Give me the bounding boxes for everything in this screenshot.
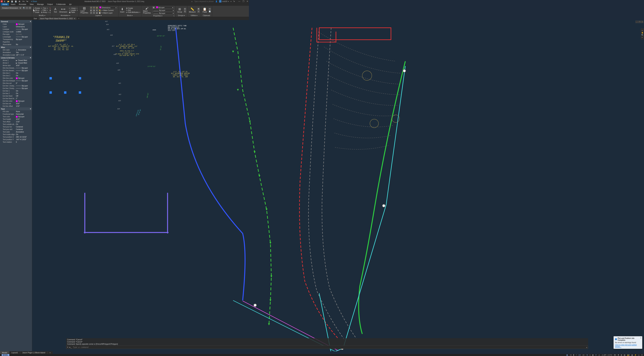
- create-button[interactable]: ✚ Create: [126, 7, 140, 9]
- prop-row[interactable]: Ext line 1On: [0, 90, 32, 92]
- prop-row[interactable]: Plot styleByColor: [0, 33, 32, 36]
- edit-block-button[interactable]: ✎ Edit: [126, 9, 140, 11]
- layer-off-icon[interactable]: ◑: [93, 9, 95, 12]
- search-box[interactable]: Type a keyword or phrase: [194, 0, 214, 2]
- prop-row[interactable]: Text inside alignOn: [0, 133, 32, 136]
- color-control-icon[interactable]: ▦: [152, 6, 155, 9]
- quickselect-icon[interactable]: 🔍: [22, 6, 25, 9]
- layer-bulb-icon[interactable]: ●: [90, 6, 92, 9]
- fillet-button[interactable]: ⌐ Fillet▾: [41, 9, 48, 11]
- panel-label-block[interactable]: Block ▾: [120, 14, 140, 16]
- layer-prev-icon[interactable]: ↺: [90, 12, 92, 14]
- layer-thaw-icon[interactable]: ❄: [96, 9, 98, 12]
- linear-button[interactable]: ⊢ Linear▾: [69, 7, 78, 9]
- prop-row[interactable]: Dim line linewe...ByLayer: [0, 67, 32, 69]
- help-icon[interactable]: ?▾: [233, 0, 235, 2]
- table-button[interactable]: ▦ Table: [69, 11, 78, 13]
- close-tab-icon[interactable]: ✕: [74, 18, 75, 20]
- prop-row[interactable]: Arrow 2▶Closed filled: [0, 62, 32, 64]
- prop-row[interactable]: Text position X296'-10 15/16": [0, 136, 32, 137]
- text-button[interactable]: AText: [53, 7, 58, 13]
- drawing-canvas[interactable]: — ❐ ✕ ◎ ✋ 🔍 ⟳: [32, 20, 249, 137]
- panel-label-groups[interactable]: Groups ▾: [177, 14, 186, 16]
- grip[interactable]: [50, 91, 52, 94]
- prop-row[interactable]: Ext line linewei...ByLayer: [0, 69, 32, 72]
- prop-row[interactable]: Ext line fixedOff: [0, 95, 32, 97]
- prop-row[interactable]: Ext line ext3/16": [0, 102, 32, 105]
- layer-freeze-icon[interactable]: ☀: [93, 6, 95, 9]
- layer-copy-icon[interactable]: 📋: [98, 12, 101, 14]
- trim-button[interactable]: ✂ Trim▾: [41, 7, 48, 9]
- open-icon[interactable]: 📂: [7, 0, 10, 2]
- tab-insert[interactable]: Insert: [9, 3, 17, 6]
- prop-row[interactable]: Dim line colorByLayer: [0, 77, 32, 80]
- prop-row[interactable]: Text offset1/16": [0, 120, 32, 123]
- prop-row[interactable]: Text pos vertCentered: [0, 128, 32, 131]
- explode-button[interactable]: ⊕: [50, 9, 51, 11]
- rotate-button[interactable]: ↻ Rotate: [33, 7, 40, 9]
- grip[interactable]: [50, 77, 52, 80]
- undo-icon[interactable]: ↶▾: [22, 0, 24, 2]
- panel-label-annotation[interactable]: Annotation ▾: [53, 14, 78, 16]
- cut-icon[interactable]: ✂: [208, 8, 211, 10]
- prop-row[interactable]: Fractional typeHorizontal: [0, 113, 32, 116]
- layer-unlock-icon[interactable]: 🔓: [98, 9, 101, 12]
- panel-label-utilities[interactable]: Utilities ▾: [188, 14, 200, 16]
- prop-row[interactable]: Text pos horCentered: [0, 126, 32, 128]
- prop-row[interactable]: Dim line ext0": [0, 82, 32, 84]
- calc-icon[interactable]: 🖩: [198, 8, 200, 10]
- color-combo[interactable]: ByLayer▾: [155, 6, 174, 9]
- panel-label-properties[interactable]: Properties ▾ ↘: [142, 14, 174, 17]
- redo-icon[interactable]: ↷▾: [26, 0, 28, 2]
- layer-walk-icon[interactable]: ▤: [96, 12, 98, 14]
- panel-label-modify[interactable]: Modify ▾: [33, 14, 51, 16]
- lineweight-combo[interactable]: ByLayer▾: [152, 9, 174, 12]
- tab-view[interactable]: View: [28, 3, 36, 6]
- prop-row[interactable]: Hyperlink: [0, 41, 32, 43]
- count-icon[interactable]: #: [198, 10, 200, 13]
- layer-properties-button[interactable]: ▤Layer Properties: [80, 6, 89, 14]
- user-menu[interactable]: meb58▾: [219, 0, 229, 2]
- save-icon[interactable]: 💾: [11, 0, 13, 2]
- prop-row[interactable]: Dim line 2On: [0, 74, 32, 77]
- tab-manage[interactable]: Manage: [36, 3, 46, 6]
- grip[interactable]: [64, 91, 66, 94]
- prop-row[interactable]: LineweightByLayer: [0, 36, 32, 38]
- grip[interactable]: [79, 91, 81, 94]
- copy-icon[interactable]: 📄: [208, 10, 211, 13]
- prop-row[interactable]: Linetype scale1.0000: [0, 30, 32, 33]
- share-button[interactable]: ✈Share: [31, 0, 37, 2]
- prop-row[interactable]: Fill colorNone: [0, 110, 32, 113]
- prop-row[interactable]: Text height3/16": [0, 118, 32, 120]
- edit-attributes-button[interactable]: 🏷 Edit Attributes▾: [126, 11, 140, 13]
- scale-button[interactable]: ⤢ Scale: [33, 11, 40, 13]
- ungroup-icon[interactable]: ⊟: [184, 8, 186, 10]
- selection-type-combo[interactable]: Rotated Dimension: [1, 6, 22, 10]
- prop-row[interactable]: AnnotativeYes: [0, 51, 32, 54]
- insert-button[interactable]: ⬇Insert: [120, 7, 125, 13]
- prop-row[interactable]: LinetypeByLayer: [0, 28, 32, 30]
- layer-combo[interactable]: Dimensions▾: [98, 6, 117, 9]
- autodesk-icon[interactable]: ▾: [230, 0, 232, 2]
- prop-row[interactable]: Ext line 1 linety...ByLayer: [0, 84, 32, 87]
- prop-row[interactable]: Text colorByLayer: [0, 116, 32, 118]
- stretch-button[interactable]: ⊏: [50, 11, 51, 13]
- plot-icon[interactable]: 🖶: [18, 0, 21, 2]
- layer-iso-icon[interactable]: ◐: [90, 9, 92, 12]
- dimension-button[interactable]: ⟷Dimension: [58, 7, 68, 13]
- minimize-button[interactable]: —: [238, 0, 240, 2]
- grip[interactable]: [79, 77, 81, 80]
- prop-row[interactable]: Text outside ali...On: [0, 123, 32, 126]
- leader-button[interactable]: ↗ Leader▾: [69, 9, 78, 11]
- featured-apps-icon[interactable]: ▦▾: [69, 3, 72, 6]
- match-properties-button[interactable]: 🖌Match Properties: [142, 6, 152, 14]
- tab-collaborate[interactable]: Collaborate: [54, 3, 67, 6]
- new-icon[interactable]: 🗎: [4, 0, 6, 2]
- prop-row[interactable]: ColorByLayer: [0, 23, 32, 26]
- prop-row[interactable]: LayerDimensions: [0, 26, 32, 28]
- prop-row[interactable]: AssociativeNo: [0, 43, 32, 46]
- selectall-icon[interactable]: ☰: [29, 6, 31, 9]
- paste-button[interactable]: 📋Paste: [202, 7, 208, 13]
- prop-row[interactable]: Dim style人Annotative: [0, 49, 32, 51]
- prop-row[interactable]: Ext line 2 linety...ByLayer: [0, 87, 32, 90]
